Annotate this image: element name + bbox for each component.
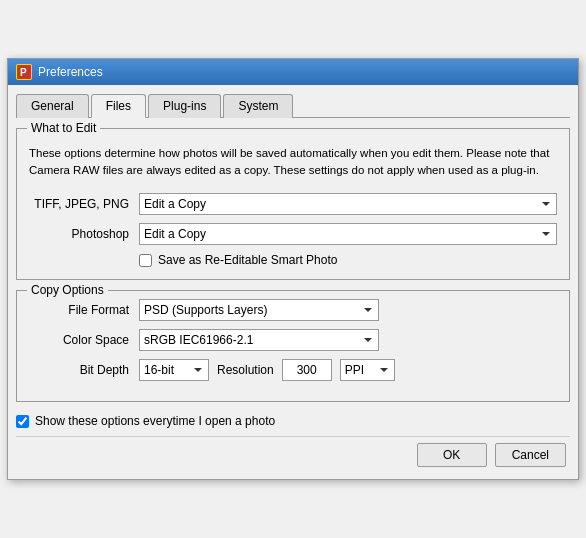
color-space-select[interactable]: sRGB IEC61966-2.1 Adobe RGB (1998) ProPh… [139,329,379,351]
what-to-edit-label: What to Edit [27,121,100,135]
file-format-row: File Format PSD (Supports Layers) TIFF J… [29,299,557,321]
what-to-edit-description: These options determine how photos will … [29,145,557,180]
dialog-title: Preferences [38,65,570,79]
ppi-select[interactable]: PPI DPI [340,359,395,381]
file-format-select-wrapper: PSD (Supports Layers) TIFF JPEG [139,299,379,321]
bit-depth-label: Bit Depth [29,363,139,377]
bit-depth-inline: 16-bit 8-bit Resolution PPI DPI [139,359,395,381]
smart-photo-checkbox[interactable] [139,254,152,267]
copy-options-label: Copy Options [27,283,108,297]
tab-general[interactable]: General [16,94,89,118]
resolution-input[interactable] [282,359,332,381]
dialog-icon: P [16,64,32,80]
bit-depth-row: Bit Depth 16-bit 8-bit Resolution PPI DP… [29,359,557,381]
svg-text:P: P [20,67,27,78]
tiff-jpeg-png-select[interactable]: Edit a Copy Edit Original Edit as TIFF [139,193,557,215]
show-options-row: Show these options everytime I open a ph… [16,414,570,428]
smart-photo-row: Save as Re-Editable Smart Photo [139,253,557,267]
file-format-label: File Format [29,303,139,317]
dialog-body: General Files Plug-ins System What to Ed… [8,85,578,480]
ok-button[interactable]: OK [417,443,487,467]
cancel-button[interactable]: Cancel [495,443,566,467]
tiff-jpeg-png-label: TIFF, JPEG, PNG [29,197,139,211]
tiff-jpeg-png-row: TIFF, JPEG, PNG Edit a Copy Edit Origina… [29,193,557,215]
what-to-edit-section: What to Edit These options determine how… [16,128,570,281]
tab-bar: General Files Plug-ins System [16,93,570,118]
bit-depth-select-wrapper: 16-bit 8-bit [139,359,209,381]
tiff-jpeg-png-select-wrapper: Edit a Copy Edit Original Edit as TIFF [139,193,557,215]
tab-system[interactable]: System [223,94,293,118]
photoshop-row: Photoshop Edit a Copy Edit Original [29,223,557,245]
file-format-select[interactable]: PSD (Supports Layers) TIFF JPEG [139,299,379,321]
copy-options-section: Copy Options File Format PSD (Supports L… [16,290,570,402]
smart-photo-label: Save as Re-Editable Smart Photo [158,253,337,267]
bit-depth-select[interactable]: 16-bit 8-bit [139,359,209,381]
button-row: OK Cancel [16,436,570,471]
photoshop-select-wrapper: Edit a Copy Edit Original [139,223,557,245]
show-options-checkbox[interactable] [16,415,29,428]
tab-files[interactable]: Files [91,94,146,118]
photoshop-select[interactable]: Edit a Copy Edit Original [139,223,557,245]
ppi-select-wrapper: PPI DPI [340,359,395,381]
color-space-select-wrapper: sRGB IEC61966-2.1 Adobe RGB (1998) ProPh… [139,329,379,351]
preferences-dialog: P Preferences General Files Plug-ins Sys… [7,58,579,481]
resolution-label: Resolution [217,363,274,377]
color-space-label: Color Space [29,333,139,347]
tab-plugins[interactable]: Plug-ins [148,94,221,118]
title-bar: P Preferences [8,59,578,85]
photoshop-label: Photoshop [29,227,139,241]
color-space-row: Color Space sRGB IEC61966-2.1 Adobe RGB … [29,329,557,351]
show-options-label: Show these options everytime I open a ph… [35,414,275,428]
